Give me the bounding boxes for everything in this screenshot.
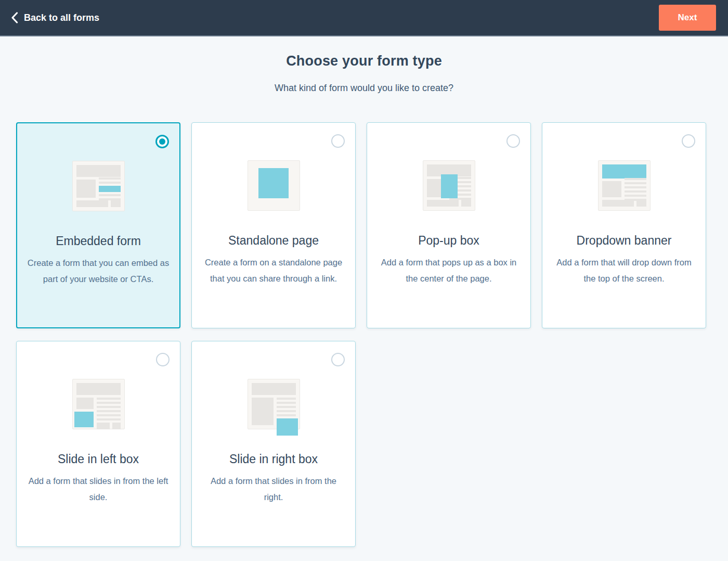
illus-line	[277, 414, 296, 416]
card-description: Create a form that you can embed as part…	[26, 255, 171, 287]
card-standalone-page[interactable]: Standalone page Create a form on a stand…	[191, 122, 356, 328]
illus-line	[625, 190, 646, 193]
illus-row	[76, 180, 121, 198]
illus-line	[99, 177, 121, 180]
illus-row	[97, 423, 121, 429]
illus-line	[97, 410, 121, 412]
illus-block	[602, 200, 634, 207]
dropdown-banner-illustration	[598, 160, 651, 211]
illus-line	[277, 406, 296, 408]
illus-block	[76, 165, 121, 177]
next-button[interactable]: Next	[659, 5, 716, 31]
illus-column	[97, 398, 121, 425]
illus-column	[76, 398, 94, 425]
illus-block	[636, 200, 646, 207]
illus-line	[277, 398, 296, 400]
illus-line	[625, 186, 646, 188]
illus-block	[461, 200, 471, 207]
illus-popup-modal	[441, 174, 458, 198]
illus-block	[111, 200, 121, 207]
illus-line	[277, 410, 296, 412]
illus-block	[76, 398, 94, 409]
illus-line	[99, 182, 121, 184]
radio-dropdown-banner[interactable]	[682, 134, 695, 148]
card-title: Embedded form	[17, 234, 179, 248]
illus-column	[277, 398, 296, 425]
card-description: Add a form that slides in from the right…	[201, 473, 346, 505]
pop-up-box-illustration	[423, 160, 475, 211]
card-description: Add a form that slides in from the left …	[26, 473, 171, 505]
radio-embedded-form[interactable]	[155, 135, 169, 148]
back-to-all-forms-link[interactable]: Back to all forms	[10, 12, 99, 23]
illus-row	[76, 398, 121, 425]
illus-block	[97, 423, 110, 429]
card-title: Slide in left box	[17, 452, 180, 466]
radio-slide-in-left-box[interactable]	[156, 353, 170, 366]
illus-line	[625, 182, 646, 184]
page-title: Choose your form type	[0, 53, 728, 69]
radio-pop-up-box[interactable]	[506, 134, 520, 148]
illus-line	[97, 402, 121, 404]
form-type-grid: Embedded form Create a form that you can…	[16, 122, 706, 547]
illus-row	[602, 181, 646, 197]
illus-line	[99, 194, 121, 196]
illus-block	[602, 181, 621, 197]
illus-column	[252, 398, 274, 425]
standalone-page-illustration	[248, 160, 300, 211]
card-title: Slide in right box	[192, 452, 355, 466]
illus-block	[427, 200, 459, 207]
slide-in-left-illustration	[72, 379, 125, 429]
card-description: Add a form that pops up as a box in the …	[376, 254, 521, 287]
illus-row	[427, 200, 471, 207]
illus-column	[625, 181, 646, 197]
illus-teal-slide-in	[277, 418, 298, 436]
illus-block	[252, 418, 274, 425]
card-description: Add a form that will drop down from the …	[552, 254, 696, 287]
illus-line	[625, 195, 646, 197]
illus-block	[76, 383, 121, 395]
illus-line	[97, 418, 121, 420]
page-subtitle: What kind of form would you like to crea…	[0, 83, 728, 94]
illus-block	[252, 383, 296, 395]
illus-line	[99, 198, 121, 200]
card-title: Pop-up box	[367, 234, 530, 248]
illus-block	[76, 200, 108, 207]
slide-in-right-illustration	[248, 379, 300, 429]
illus-teal-bar	[99, 186, 121, 192]
card-description: Create a form on a standalone page that …	[201, 254, 346, 287]
embedded-form-illustration	[72, 161, 125, 211]
illus-teal-banner	[602, 164, 646, 178]
card-slide-in-left-box[interactable]: Slide in left box Add a form that slides…	[16, 341, 180, 547]
radio-slide-in-right-box[interactable]	[331, 353, 345, 366]
illus-line	[97, 414, 121, 416]
illus-row	[252, 398, 296, 425]
illus-row	[602, 200, 646, 207]
card-pop-up-box[interactable]: Pop-up box Add a form that pops up as a …	[367, 122, 531, 328]
illus-row	[76, 200, 121, 207]
illus-line	[277, 402, 296, 404]
card-embedded-form[interactable]: Embedded form Create a form that you can…	[16, 122, 180, 328]
illus-line	[97, 398, 121, 400]
illus-block	[112, 423, 121, 429]
card-slide-in-right-box[interactable]: Slide in right box Add a form that slide…	[191, 341, 356, 547]
card-dropdown-banner[interactable]: Dropdown banner Add a form that will dro…	[542, 122, 706, 328]
card-title: Dropdown banner	[542, 234, 706, 248]
illus-block	[252, 398, 274, 418]
radio-standalone-page[interactable]	[331, 134, 345, 148]
illus-line	[625, 178, 646, 180]
illus-teal-slide-in	[74, 412, 94, 427]
illus-teal-square	[258, 168, 289, 198]
illus-line	[97, 406, 121, 408]
card-title: Standalone page	[192, 234, 355, 248]
top-navbar: Back to all forms Next	[0, 0, 728, 36]
chevron-left-icon	[10, 12, 19, 23]
illus-block	[76, 180, 96, 198]
back-link-label: Back to all forms	[24, 12, 99, 23]
illus-column	[99, 180, 121, 198]
